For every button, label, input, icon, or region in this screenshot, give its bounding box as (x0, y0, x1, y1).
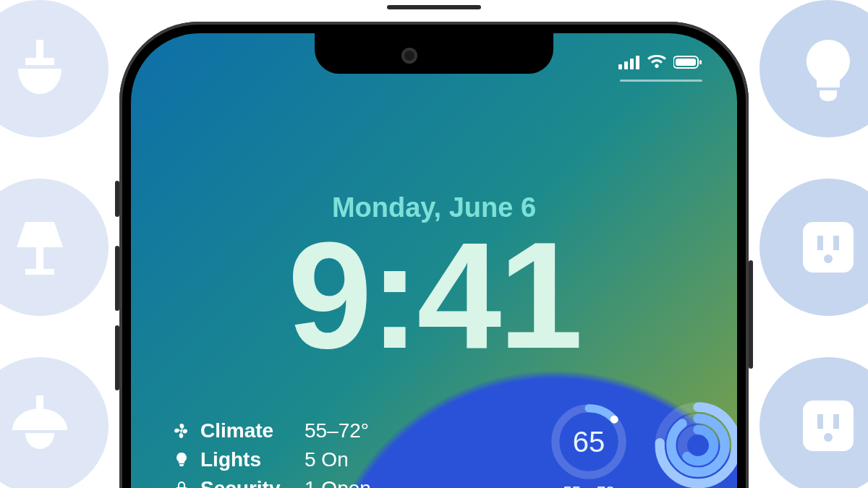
svg-rect-0 (803, 222, 854, 273)
lockscreen-time[interactable]: 9:41 (131, 220, 737, 372)
svg-rect-11 (630, 59, 634, 69)
climate-label: Climate (200, 419, 294, 442)
wifi-icon (647, 55, 666, 69)
bg-lamp-icon (0, 179, 109, 316)
bulb-icon (173, 451, 190, 468)
svg-rect-4 (36, 395, 43, 408)
svg-rect-7 (833, 414, 839, 429)
home-widget[interactable]: Climate 55–72° Lights 5 On Security 1 Op… (173, 416, 371, 488)
iphone-frame: Monday, June 6 9:41 Climate 55–72° Light… (119, 22, 749, 488)
security-label: Security (200, 477, 294, 488)
weather-high: 72 (597, 483, 614, 488)
speaker-grille (387, 5, 481, 9)
svg-rect-14 (676, 59, 696, 66)
climate-value: 55–72° (305, 419, 369, 442)
lock-screen[interactable]: Monday, June 6 9:41 Climate 55–72° Light… (131, 33, 737, 488)
bg-outlet2-icon (760, 357, 868, 488)
svg-rect-12 (636, 56, 639, 69)
home-row-climate: Climate 55–72° (173, 416, 371, 445)
bg-sink-icon (0, 0, 109, 137)
cellular-icon (618, 55, 640, 69)
home-row-security: Security 1 Open (173, 474, 371, 488)
front-camera (401, 48, 417, 64)
status-underline (620, 80, 702, 82)
notch (315, 33, 553, 74)
svg-rect-5 (803, 401, 854, 451)
battery-icon (673, 55, 702, 69)
security-value: 1 Open (305, 477, 371, 488)
side-button[interactable] (749, 260, 753, 369)
svg-point-8 (824, 433, 833, 442)
lights-label: Lights (200, 448, 294, 471)
svg-rect-2 (833, 236, 839, 250)
volume-down-button[interactable] (115, 325, 119, 390)
weather-current: 65 (549, 402, 629, 481)
weather-widget[interactable]: 65 55 72 (542, 402, 636, 488)
lock-icon (173, 480, 190, 488)
fan-icon (173, 422, 190, 440)
bg-ceiling-light-icon (0, 357, 109, 488)
svg-rect-9 (618, 64, 622, 69)
home-row-lights: Lights 5 On (173, 445, 371, 474)
weather-low: 55 (563, 483, 581, 488)
svg-point-3 (824, 254, 833, 263)
status-bar (618, 55, 702, 69)
svg-rect-6 (817, 414, 823, 429)
svg-rect-1 (817, 236, 823, 250)
activity-rings-widget[interactable] (655, 402, 737, 488)
lights-value: 5 On (305, 448, 349, 471)
bg-bulb-icon (760, 0, 868, 137)
bg-outlet-icon (760, 179, 868, 316)
svg-rect-15 (699, 60, 702, 64)
mute-switch[interactable] (115, 181, 119, 217)
volume-up-button[interactable] (115, 246, 119, 311)
svg-rect-10 (624, 61, 628, 69)
